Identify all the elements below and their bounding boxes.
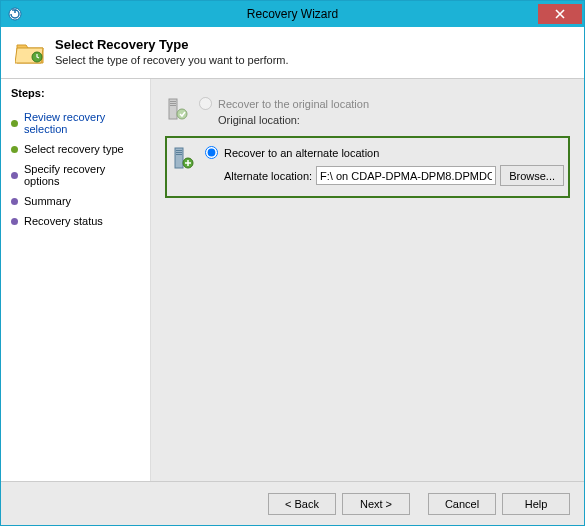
svg-rect-9 (176, 152, 182, 153)
step-summary[interactable]: Summary (11, 191, 142, 211)
highlight-alternate-option: Recover to an alternate location Alterna… (165, 136, 570, 198)
option-recover-original: Recover to the original location Origina… (165, 93, 570, 130)
radio-recover-alternate[interactable]: Recover to an alternate location (205, 146, 564, 159)
step-bullet-icon (11, 172, 18, 179)
svg-rect-8 (176, 150, 182, 151)
step-recovery-status[interactable]: Recovery status (11, 211, 142, 231)
svg-rect-10 (176, 154, 182, 155)
step-review-recovery-selection[interactable]: Review recovery selection (11, 107, 142, 139)
step-bullet-icon (11, 146, 18, 153)
back-button[interactable]: < Back (268, 493, 336, 515)
close-button[interactable] (538, 4, 582, 24)
step-bullet-icon (11, 198, 18, 205)
server-alternate-icon (171, 146, 197, 172)
next-button[interactable]: Next > (342, 493, 410, 515)
step-specify-recovery-options[interactable]: Specify recovery options (11, 159, 142, 191)
radio-recover-original: Recover to the original location (199, 97, 570, 110)
alternate-location-input[interactable] (316, 166, 496, 185)
svg-rect-5 (170, 105, 176, 106)
svg-rect-4 (170, 103, 176, 104)
help-button[interactable]: Help (502, 493, 570, 515)
page-title: Select Recovery Type (55, 37, 289, 52)
server-original-icon (165, 97, 191, 123)
wizard-body: Steps: Review recovery selection Select … (1, 79, 584, 481)
cancel-button[interactable]: Cancel (428, 493, 496, 515)
step-bullet-icon (11, 120, 18, 127)
app-icon (7, 6, 23, 22)
step-bullet-icon (11, 218, 18, 225)
content-panel: Recover to the original location Origina… (151, 79, 584, 481)
wizard-header: Select Recovery Type Select the type of … (1, 27, 584, 78)
step-select-recovery-type[interactable]: Select recovery type (11, 139, 142, 159)
titlebar: Recovery Wizard (1, 1, 584, 27)
radio-alternate-input[interactable] (205, 146, 218, 159)
original-location-label: Original location: (199, 114, 570, 126)
recovery-folder-icon (15, 39, 45, 65)
svg-point-6 (177, 109, 187, 119)
page-subtitle: Select the type of recovery you want to … (55, 54, 289, 66)
radio-original-input (199, 97, 212, 110)
steps-title: Steps: (11, 87, 142, 99)
alternate-location-label: Alternate location: (224, 170, 312, 182)
steps-sidebar: Steps: Review recovery selection Select … (1, 79, 151, 481)
window-title: Recovery Wizard (1, 7, 584, 21)
svg-rect-3 (170, 101, 176, 102)
option-recover-alternate: Recover to an alternate location Alterna… (171, 142, 564, 190)
wizard-footer: < Back Next > Cancel Help (1, 481, 584, 525)
browse-button[interactable]: Browse... (500, 165, 564, 186)
